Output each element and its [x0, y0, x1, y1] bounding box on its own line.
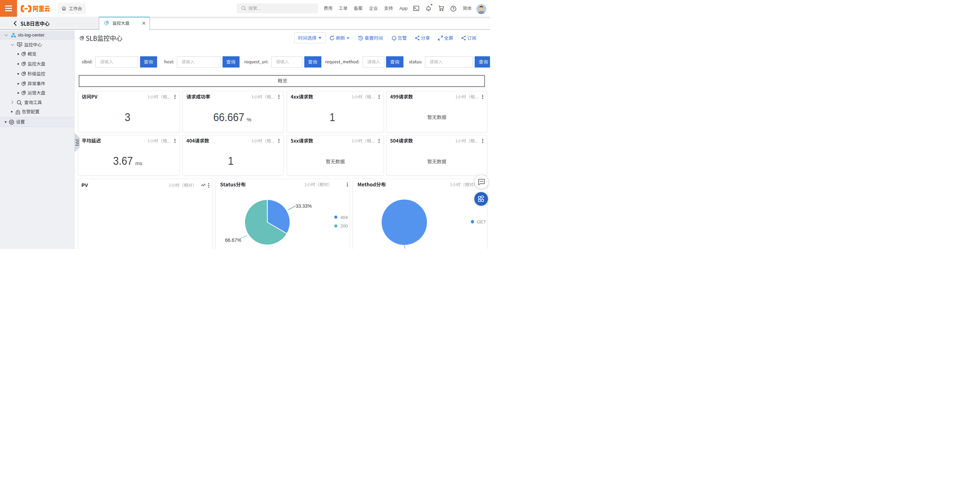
- svg-text:?: ?: [452, 6, 454, 11]
